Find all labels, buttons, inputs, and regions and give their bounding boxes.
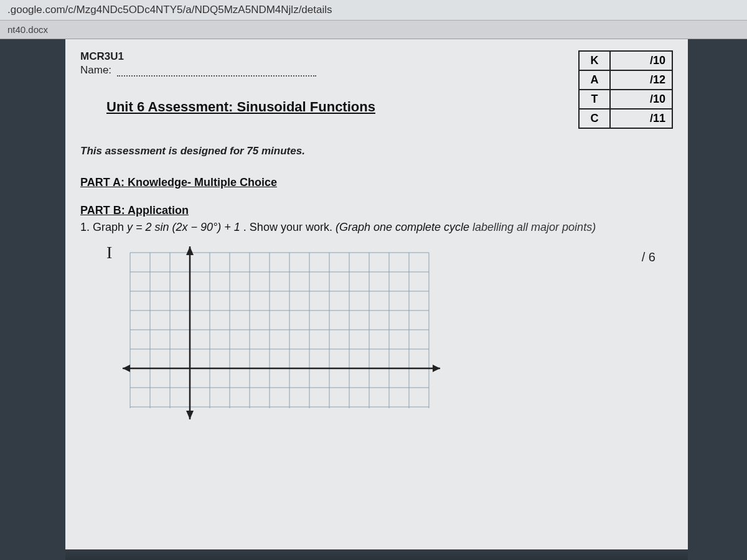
- rubric-score: /10: [610, 90, 672, 109]
- table-row: K /10: [579, 51, 672, 70]
- svg-marker-29: [186, 246, 194, 255]
- viewer-bottom-shadow: [65, 549, 688, 560]
- document-page: MCR3U1 Name: Unit 6 Assessment: Sinusoid…: [65, 39, 688, 549]
- table-row: T /10: [579, 90, 672, 109]
- rubric-score: /11: [610, 109, 672, 128]
- question-italic: labelling all major points): [472, 221, 596, 233]
- table-row: A /12: [579, 70, 672, 90]
- assessment-title: Unit 6 Assessment: Sinusoidal Functions: [106, 99, 375, 115]
- rubric-score: /10: [610, 51, 672, 70]
- rubric-category: T: [579, 90, 610, 109]
- part-b-heading: PART B: Application: [80, 204, 673, 217]
- question-emphasis: (Graph one complete cycle: [336, 221, 472, 233]
- rubric-category: K: [579, 51, 610, 70]
- tab-label: nt40.docx: [7, 24, 48, 35]
- text-cursor-icon: I: [106, 243, 112, 263]
- question-equation: y = 2 sin (2x − 90°) + 1: [127, 221, 240, 233]
- question-instruction: . Show your work.: [243, 221, 336, 233]
- svg-marker-27: [123, 365, 130, 372]
- question-number: 1.: [80, 221, 93, 233]
- table-row: C /11: [579, 109, 672, 128]
- name-label: Name:: [80, 64, 111, 77]
- part-a-heading: PART A: Knowledge- Multiple Choice: [80, 176, 673, 189]
- document-viewer: MCR3U1 Name: Unit 6 Assessment: Sinusoid…: [0, 39, 747, 560]
- name-field: Name:: [80, 64, 563, 77]
- url-text: .google.com/c/Mzg4NDc5ODc4NTY5/a/NDQ5MzA…: [7, 4, 332, 16]
- svg-marker-26: [433, 365, 440, 372]
- rubric-table: K /10 A /12 T /10 C /11: [578, 50, 673, 129]
- course-code: MCR3U1: [80, 50, 563, 63]
- svg-marker-30: [186, 411, 194, 419]
- question-1: 1. Graph y = 2 sin (2x − 90°) + 1 . Show…: [80, 221, 673, 234]
- rubric-score: /12: [610, 70, 672, 90]
- address-bar[interactable]: .google.com/c/Mzg4NDc5ODc4NTY5/a/NDQ5MzA…: [0, 0, 747, 21]
- rubric-category: C: [579, 109, 610, 128]
- question-score: / 6: [642, 246, 655, 264]
- document-tab[interactable]: nt40.docx: [0, 21, 747, 39]
- duration-note: This assessment is designed for 75 minut…: [80, 145, 673, 157]
- graph-grid: I: [111, 246, 448, 427]
- question-label: Graph: [93, 221, 127, 233]
- rubric-category: A: [579, 70, 610, 90]
- name-blank-line: [117, 68, 316, 77]
